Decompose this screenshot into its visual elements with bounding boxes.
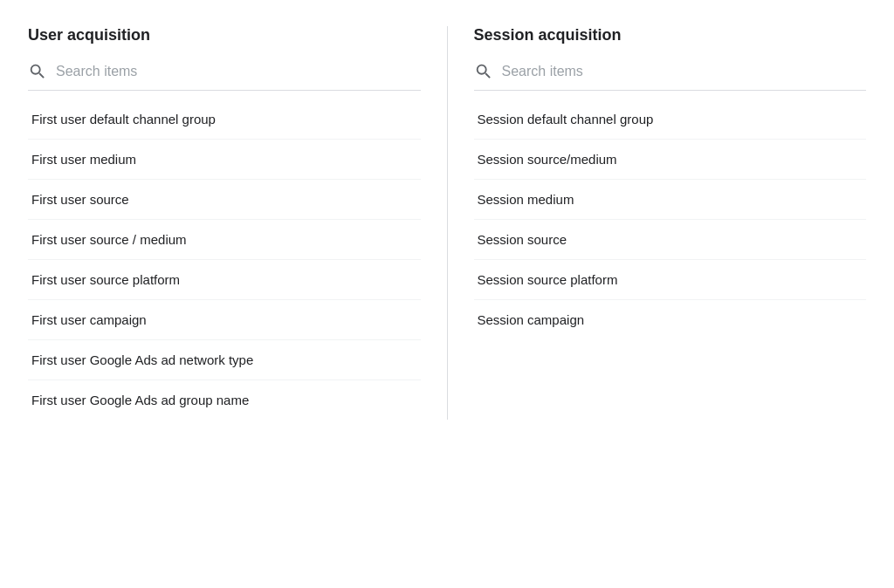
search-icon [474,62,493,81]
list-item[interactable]: First user campaign [28,300,421,340]
list-item[interactable]: Session source platform [474,260,867,300]
list-item[interactable]: First user medium [28,140,421,180]
user-acquisition-search-container [28,62,421,91]
list-item[interactable]: Session campaign [474,300,867,339]
list-item[interactable]: Session default channel group [474,99,867,140]
session-acquisition-list: Session default channel groupSession sou… [474,99,867,339]
session-acquisition-title: Session acquisition [474,26,867,44]
user-acquisition-column: User acquisition First user default chan… [19,26,448,420]
list-item[interactable]: First user Google Ads ad network type [28,340,421,380]
list-item[interactable]: First user Google Ads ad group name [28,380,421,420]
list-item[interactable]: First user default channel group [28,99,421,140]
list-item[interactable]: First user source platform [28,260,421,300]
session-acquisition-column: Session acquisition Session default chan… [448,26,876,420]
list-item[interactable]: Session source/medium [474,140,867,180]
user-acquisition-list: First user default channel groupFirst us… [28,99,421,420]
list-item[interactable]: Session source [474,220,867,260]
user-acquisition-title: User acquisition [28,26,421,44]
session-acquisition-search-container [474,62,867,91]
search-icon [28,62,47,81]
list-item[interactable]: First user source [28,180,421,220]
list-item[interactable]: First user source / medium [28,220,421,260]
user-acquisition-search-input[interactable] [56,64,421,79]
session-acquisition-search-input[interactable] [502,64,867,79]
list-item[interactable]: Session medium [474,180,867,220]
main-container: User acquisition First user default chan… [19,26,875,420]
